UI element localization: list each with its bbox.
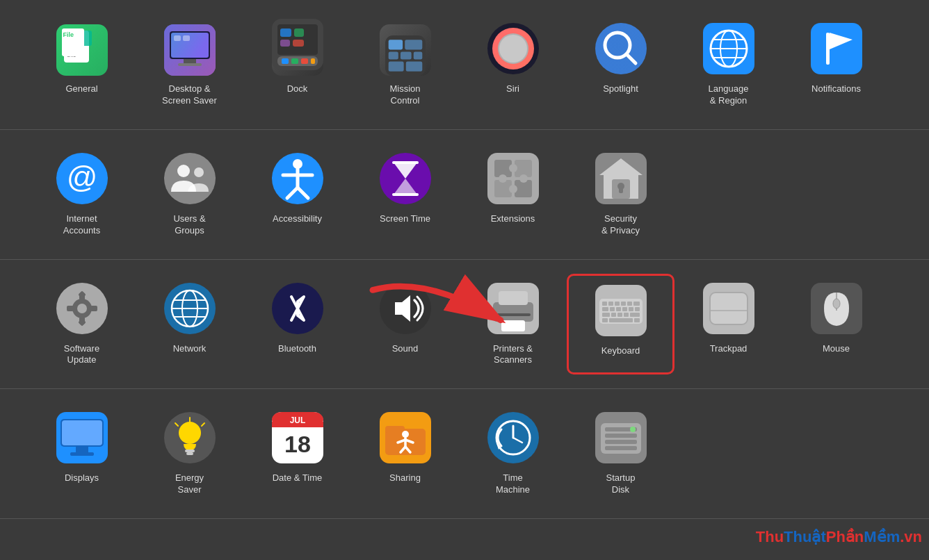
item-software-update[interactable]: SoftwareUpdate (28, 274, 136, 375)
sound-icon-wrap (378, 282, 433, 338)
users-groups-label: Users &Groups (173, 213, 205, 237)
item-sound[interactable]: Sound (351, 274, 459, 375)
dock-icon-wrap (270, 22, 325, 78)
item-language-region[interactable]: Language& Region (674, 14, 782, 115)
mission-label: MissionControl (389, 83, 420, 107)
svg-point-130 (833, 299, 840, 308)
svg-text:One: One (67, 53, 76, 58)
mission-icon (380, 24, 431, 76)
item-security-privacy[interactable]: Security& Privacy (567, 144, 674, 245)
desktop-icon-wrap (162, 22, 218, 78)
item-screen-time[interactable]: Screen Time (351, 144, 459, 245)
extensions-icon-wrap (485, 152, 541, 208)
item-extensions[interactable]: Extensions (459, 144, 567, 245)
svg-text:@: @ (66, 160, 97, 194)
svg-rect-10 (178, 63, 202, 66)
item-time-machine[interactable]: TimeMachine (459, 403, 567, 504)
item-network[interactable]: Network (136, 274, 243, 375)
keyboard-icon-wrap (593, 284, 649, 340)
screen-time-label: Screen Time (380, 213, 430, 225)
svg-point-52 (194, 167, 204, 177)
svg-point-137 (179, 422, 201, 444)
section-users: @ InternetAccounts Users &Groups (0, 130, 929, 260)
item-trackpad[interactable]: Trackpad (674, 274, 782, 375)
item-general[interactable]: File New One General (28, 14, 136, 115)
svg-rect-106 (608, 302, 613, 306)
item-siri[interactable]: Siri (459, 14, 567, 115)
network-label: Network (173, 343, 207, 355)
screen-time-icon-wrap (378, 152, 433, 208)
extensions-label: Extensions (491, 213, 535, 225)
accessibility-icon (272, 153, 323, 207)
svg-rect-83 (67, 306, 74, 311)
item-startup-disk[interactable]: StartupDisk (567, 403, 674, 504)
svg-text:File: File (67, 36, 78, 43)
svg-rect-5 (78, 31, 92, 46)
item-mouse[interactable]: Mouse (782, 274, 890, 375)
item-notifications[interactable]: Notifications (782, 14, 890, 115)
svg-text:JUL: JUL (289, 415, 305, 425)
svg-rect-124 (634, 318, 640, 322)
svg-rect-77 (619, 186, 623, 193)
sharing-icon-wrap (378, 411, 433, 467)
trackpad-label: Trackpad (710, 343, 748, 355)
watermark-dot-vn: .vn (900, 528, 922, 545)
svg-point-70 (499, 174, 507, 183)
item-accessibility[interactable]: Accessibility (243, 144, 351, 245)
item-bluetooth[interactable]: Bluetooth (243, 274, 351, 375)
item-internet-accounts[interactable]: @ InternetAccounts (28, 144, 136, 245)
item-date-time[interactable]: JUL 18 Date & Time (243, 403, 351, 504)
svg-rect-17 (291, 58, 298, 64)
svg-rect-99 (493, 302, 533, 322)
svg-rect-105 (602, 302, 607, 306)
item-keyboard[interactable]: Keyboard (567, 274, 674, 375)
printers-icon (487, 283, 539, 337)
svg-rect-138 (185, 450, 195, 452)
security-privacy-label: Security& Privacy (601, 213, 640, 237)
svg-rect-20 (280, 28, 291, 37)
internet-accounts-icon-wrap: @ (54, 152, 110, 208)
svg-rect-30 (388, 62, 403, 72)
trackpad-icon-wrap (701, 282, 757, 338)
svg-rect-134 (76, 447, 88, 452)
time-machine-icon-wrap (485, 411, 541, 467)
accessibility-label: Accessibility (273, 213, 322, 225)
mouse-label: Mouse (823, 343, 850, 355)
svg-rect-26 (405, 40, 422, 49)
screen-time-icon (380, 153, 431, 207)
date-time-icon-wrap: JUL 18 (270, 411, 325, 467)
watermark-thuat: Thuật (784, 528, 826, 545)
item-sharing[interactable]: Sharing (351, 403, 459, 504)
item-mission-control[interactable]: MissionControl (351, 14, 459, 115)
displays-label: Displays (65, 472, 99, 484)
item-energy-saver[interactable]: EnergySaver (136, 403, 243, 504)
time-machine-icon (487, 412, 539, 466)
desktop-label: Desktop &Screen Saver (162, 83, 217, 107)
energy-saver-label: EnergySaver (175, 472, 204, 496)
item-spotlight[interactable]: Spotlight (567, 14, 674, 115)
time-machine-label: TimeMachine (496, 472, 530, 496)
item-displays[interactable]: Displays (28, 403, 136, 504)
item-users-groups[interactable]: Users &Groups (136, 144, 243, 245)
svg-rect-167 (605, 446, 637, 450)
svg-rect-133 (62, 420, 102, 445)
svg-rect-102 (496, 313, 531, 316)
item-desktop[interactable]: Desktop &Screen Saver (136, 14, 243, 115)
watermark-thu: Thu (756, 528, 784, 545)
svg-rect-18 (301, 58, 308, 64)
network-icon (164, 283, 216, 337)
svg-point-71 (519, 174, 528, 183)
svg-rect-45 (811, 23, 862, 74)
svg-rect-115 (629, 307, 633, 311)
dock-label: Dock (287, 83, 308, 95)
watermark-mem: Mềm (864, 528, 900, 545)
svg-rect-101 (501, 320, 525, 331)
internet-accounts-label: InternetAccounts (63, 213, 100, 237)
svg-rect-150 (385, 426, 405, 433)
svg-rect-23 (293, 40, 304, 47)
item-printers-scanners[interactable]: Printers &Scanners (459, 274, 567, 375)
svg-rect-126 (710, 293, 748, 324)
svg-rect-111 (602, 307, 608, 311)
item-dock[interactable]: Dock (243, 14, 351, 115)
bluetooth-icon-wrap (270, 282, 325, 338)
